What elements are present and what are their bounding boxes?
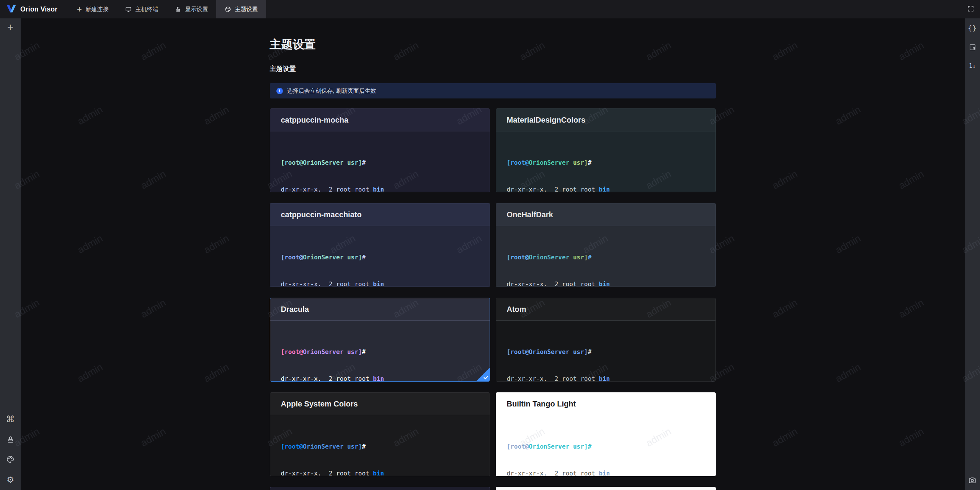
main-area: 主题设置 主题设置 i 选择后会立刻保存, 刷新页面后生效 catppuccin… xyxy=(21,18,965,490)
theme-name: Dracula xyxy=(281,305,309,314)
prompt-segment: # xyxy=(362,348,366,356)
terminal-lines: dr-xr-xr-x. 2 root root bindr-xr-xr-x. 2… xyxy=(281,185,479,192)
prompt-segment: # xyxy=(588,254,591,261)
terminal-prompt: [root@OrionServer usr]# xyxy=(507,158,705,167)
command-shortcut-icon[interactable]: ⌘ xyxy=(6,414,15,424)
prompt-segment: # xyxy=(588,348,591,356)
terminal-lines: dr-xr-xr-x. 2 root root bindr-xr-xr-x. 2… xyxy=(507,185,705,192)
screenshot-camera-icon[interactable] xyxy=(969,476,976,484)
terminal-line: dr-xr-xr-x. 2 root root bin xyxy=(507,469,705,476)
terminal-preview: [root@OrionServer usr]# dr-xr-xr-x. 2 ro… xyxy=(270,321,490,381)
palette-icon xyxy=(225,6,231,13)
prompt-segment: [root@ xyxy=(507,443,529,450)
theme-card[interactable]: Builtin Tango Light [root@OrionServer us… xyxy=(496,392,716,476)
page-title: 主题设置 xyxy=(270,37,716,52)
tab-host-terminal[interactable]: 主机终端 xyxy=(117,0,167,18)
theme-card-partial[interactable] xyxy=(270,487,490,490)
prompt-segment: [root@ xyxy=(281,443,303,450)
prompt-segment: OrionServer xyxy=(529,254,573,261)
left-sidebar-bottom: ⌘ ⚙ xyxy=(6,414,15,485)
brand-name: Orion Visor xyxy=(20,5,57,13)
theme-name: catppuccin-macchiato xyxy=(281,210,362,219)
top-navbar: Orion Visor + 新建连接 主机终端 显示设置 xyxy=(0,0,980,18)
tab-label: 主机终端 xyxy=(135,6,158,13)
terminal-lines: dr-xr-xr-x. 2 root root bindr-xr-xr-x. 2… xyxy=(507,469,705,476)
terminal-line: dr-xr-xr-x. 2 root root bin xyxy=(507,374,705,382)
theme-card-header: catppuccin-mocha xyxy=(270,109,490,131)
terminal-prompt: [root@OrionServer usr]# xyxy=(507,347,705,356)
left-sidebar: + ⌘ ⚙ xyxy=(0,18,21,490)
theme-card[interactable]: MaterialDesignColors [root@OrionServer u… xyxy=(496,108,716,192)
terminal-lines: dr-xr-xr-x. 2 root root bindr-xr-xr-x. 2… xyxy=(281,280,479,287)
theme-card-header: Atom xyxy=(496,298,715,321)
prompt-segment: [root@ xyxy=(507,254,529,261)
terminal-line: dr-xr-xr-x. 2 root root bin xyxy=(281,185,479,192)
theme-card[interactable]: Apple System Colors [root@OrionServer us… xyxy=(270,392,490,476)
theme-card-partial[interactable] xyxy=(496,487,716,490)
terminal-prompt: [root@OrionServer usr]# xyxy=(281,158,479,167)
palette-icon[interactable] xyxy=(6,455,15,464)
terminal-line: dr-xr-xr-x. 2 root root bin xyxy=(281,469,479,476)
terminal-lines: dr-xr-xr-x. 2 root root bindr-xr-xr-x. 2… xyxy=(281,469,479,476)
theme-card[interactable]: catppuccin-mocha [root@OrionServer usr]#… xyxy=(270,108,490,192)
theme-card[interactable]: Atom [root@OrionServer usr]# dr-xr-xr-x.… xyxy=(496,298,716,382)
terminal-preview: [root@OrionServer usr]# dr-xr-xr-x. 2 ro… xyxy=(496,226,715,287)
terminal-lines: dr-xr-xr-x. 2 root root bindr-xr-xr-x. 2… xyxy=(507,280,705,287)
tab-label: 显示设置 xyxy=(185,6,208,13)
theme-name: MaterialDesignColors xyxy=(507,116,586,125)
terminal-line: dr-xr-xr-x. 2 root root bin xyxy=(507,280,705,287)
terminal-prompt: [root@OrionServer usr]# xyxy=(507,253,705,262)
prompt-segment: [root@ xyxy=(281,348,303,356)
add-icon[interactable]: + xyxy=(7,22,13,33)
theme-card-header: OneHalfDark xyxy=(496,203,715,226)
terminal-preview: [root@OrionServer usr]# dr-xr-xr-x. 2 ro… xyxy=(496,321,715,381)
info-banner: i 选择后会立刻保存, 刷新页面后生效 xyxy=(270,83,716,98)
theme-card[interactable]: OneHalfDark [root@OrionServer usr]# dr-x… xyxy=(496,203,716,287)
tab-theme-settings[interactable]: 主题设置 xyxy=(216,0,266,18)
terminal-lines: dr-xr-xr-x. 2 root root bindr-xr-xr-x. 2… xyxy=(507,374,705,382)
prompt-segment: OrionServer usr] xyxy=(303,443,362,450)
terminal-line: dr-xr-xr-x. 2 root root bin xyxy=(281,280,479,287)
theme-card-header: MaterialDesignColors xyxy=(496,109,715,131)
sort-order-icon[interactable]: 1↓ xyxy=(969,62,976,69)
theme-name: Apple System Colors xyxy=(281,400,358,408)
terminal-preview: [root@OrionServer usr]# dr-xr-xr-x. 2 ro… xyxy=(270,226,490,287)
theme-card-header: Apple System Colors xyxy=(270,393,490,415)
theme-card[interactable]: Dracula [root@OrionServer usr]# dr-xr-xr… xyxy=(270,298,490,382)
theme-grid: catppuccin-mocha [root@OrionServer usr]#… xyxy=(270,108,716,490)
theme-card[interactable]: catppuccin-macchiato [root@OrionServer u… xyxy=(270,203,490,287)
fullscreen-icon[interactable] xyxy=(967,5,974,14)
form-bookmark-icon[interactable] xyxy=(969,44,976,51)
tab-new-connection[interactable]: + 新建连接 xyxy=(68,0,117,18)
theme-settings-page: 主题设置 主题设置 i 选择后会立刻保存, 刷新页面后生效 catppuccin… xyxy=(270,18,716,490)
theme-name: OneHalfDark xyxy=(507,210,553,219)
terminal-lines: dr-xr-xr-x. 2 root root bindr-xr-xr-x. 2… xyxy=(281,374,479,382)
terminal-line: dr-xr-xr-x. 2 root root bin xyxy=(507,185,705,192)
theme-name: Builtin Tango Light xyxy=(507,400,576,408)
stamp-icon[interactable] xyxy=(7,436,15,444)
prompt-segment: [root@ xyxy=(507,159,529,166)
prompt-segment: usr] xyxy=(573,254,588,261)
prompt-segment: OrionServer xyxy=(529,159,573,166)
section-title: 主题设置 xyxy=(270,64,716,73)
terminal-preview: [root@OrionServer usr]# dr-xr-xr-x. 2 ro… xyxy=(496,415,715,476)
theme-card-header: catppuccin-macchiato xyxy=(270,203,490,226)
terminal-preview: [root@OrionServer usr]# dr-xr-xr-x. 2 ro… xyxy=(496,131,715,192)
prompt-segment: OrionServer usr] xyxy=(303,254,362,261)
gear-icon[interactable]: ⚙ xyxy=(7,475,14,485)
terminal-preview: [root@OrionServer usr]# dr-xr-xr-x. 2 ro… xyxy=(270,415,490,476)
orion-visor-logo-icon xyxy=(6,4,16,15)
tab-display-settings[interactable]: 显示设置 xyxy=(167,0,216,18)
tab-label: 新建连接 xyxy=(85,6,108,13)
braces-variables-icon[interactable]: {} xyxy=(968,25,977,32)
theme-card-header: Builtin Tango Light xyxy=(496,393,715,415)
prompt-segment: # xyxy=(362,443,366,450)
terminal-preview: [root@OrionServer usr]# dr-xr-xr-x. 2 ro… xyxy=(270,131,490,192)
prompt-segment: # xyxy=(362,159,366,166)
terminal-prompt: [root@OrionServer usr]# xyxy=(281,253,479,262)
right-sidebar: {} 1↓ xyxy=(965,18,980,490)
info-banner-text: 选择后会立刻保存, 刷新页面后生效 xyxy=(287,87,376,95)
prompt-segment: [root@OrionServer usr] xyxy=(507,348,588,356)
theme-name: Atom xyxy=(507,305,526,314)
terminal-prompt: [root@OrionServer usr]# xyxy=(281,442,479,451)
